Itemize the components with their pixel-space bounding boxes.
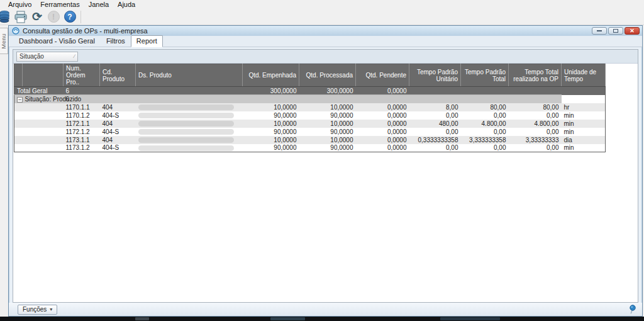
cell-num-ordem[interactable]: 1170.1.1 <box>64 103 100 111</box>
cell-tempo-total-realizado[interactable]: 0,00 <box>509 128 562 136</box>
help-button[interactable]: ? <box>62 9 78 25</box>
window-titlebar[interactable]: Consulta gestão de OPs - multi-empresa ✕ <box>9 26 642 36</box>
cell-unidade-tempo[interactable]: min <box>562 120 606 128</box>
col-header-num_ordem[interactable]: Num. Ordem Pro.. <box>64 64 100 87</box>
col-header-tempo_total_realizado[interactable]: Tempo Total realizado na OP <box>509 64 562 87</box>
cell-num-ordem[interactable]: 1173.1.1 <box>64 136 100 144</box>
cell-qtd-processada[interactable]: 10,0000 <box>299 103 356 111</box>
cell-tempo-padrao-unitario[interactable]: 0,3333333358 <box>409 136 461 144</box>
cell-tempo-padrao-total[interactable]: 0,00 <box>461 111 509 120</box>
grid-row-1170.1.1[interactable]: 1170.1.140410,000010,00000,00008,0080,00… <box>14 103 606 111</box>
cell-qtd-pendente[interactable]: 0,0000 <box>356 128 409 136</box>
col-header-group[interactable] <box>23 64 64 87</box>
col-header-tempo_padrao_unitario[interactable]: Tempo Padrão Unitário <box>409 64 461 87</box>
cell-unidade-tempo[interactable]: hr <box>562 103 606 111</box>
cell-qtd-processada[interactable]: 90,0000 <box>299 111 356 120</box>
menu-ajuda[interactable]: Ajuda <box>113 1 140 8</box>
cell-ds-produto[interactable] <box>136 120 243 128</box>
col-header-indicator[interactable] <box>14 64 23 87</box>
cell-cd-produto[interactable]: 404 <box>100 103 136 111</box>
cell-qtd-processada[interactable]: 10,0000 <box>299 120 356 128</box>
cell-qtd-empenhada[interactable]: 10,0000 <box>243 136 299 144</box>
cell-unidade-tempo[interactable]: min <box>562 144 606 152</box>
cell-num-ordem[interactable]: 1172.1.1 <box>64 120 100 128</box>
cell-ds-produto[interactable] <box>136 103 243 111</box>
collapse-icon[interactable] <box>17 97 23 103</box>
tab-dashboard-visao-geral[interactable]: Dashboard - Visão Geral <box>13 35 101 47</box>
cell-cd-produto[interactable]: 404-S <box>100 111 136 120</box>
menu-ferramentas[interactable]: Ferramentas <box>36 1 84 8</box>
tab-filtros[interactable]: Filtros <box>101 35 131 47</box>
cell-num-ordem[interactable]: 1170.1.2 <box>64 111 100 120</box>
col-header-qtd_pendente[interactable]: Qtd. Pendente <box>356 64 409 87</box>
cell-tempo-padrao-unitario[interactable]: 0,00 <box>409 111 461 120</box>
cell-tempo-padrao-unitario[interactable]: 480,00 <box>409 120 461 128</box>
cell-qtd-empenhada[interactable]: 90,0000 <box>243 128 299 136</box>
cell-ds-produto[interactable] <box>136 111 243 120</box>
grid-total-row[interactable]: Total Geral6300,0000300,00000,0000 <box>14 87 606 95</box>
cell-unidade-tempo[interactable]: dia <box>562 136 606 144</box>
cell-qtd-processada[interactable]: 90,0000 <box>299 128 356 136</box>
print-button[interactable] <box>13 9 29 25</box>
col-header-cd_produto[interactable]: Cd. Produto <box>100 64 136 87</box>
cell-tempo-padrao-unitario[interactable]: 0,00 <box>409 144 461 152</box>
cell-unidade-tempo[interactable]: min <box>562 128 606 136</box>
collapsed-menu-strip[interactable]: Menu <box>0 28 8 54</box>
cell-tempo-total-realizado[interactable]: 0,00 <box>509 111 562 120</box>
cell-qtd-empenhada[interactable]: 10,0000 <box>243 120 299 128</box>
cell-tempo-padrao-total[interactable]: 3,333333358 <box>461 136 509 144</box>
cell-tempo-padrao-total[interactable]: 0,00 <box>461 144 509 152</box>
cell-qtd-empenhada[interactable]: 90,0000 <box>243 144 299 152</box>
cell-unidade-tempo[interactable]: min <box>562 111 606 120</box>
cell-num-ordem[interactable]: 1172.1.2 <box>64 128 100 136</box>
grid-group-row-situacao-produzido[interactable]: Situação: Produzido6 <box>14 95 606 103</box>
cell-ds-produto[interactable] <box>136 144 243 152</box>
cell-tempo-total-realizado[interactable]: 4.800,00 <box>509 120 562 128</box>
col-header-qtd_empenhada[interactable]: Qtd. Empenhada <box>243 64 299 87</box>
cell-tempo-padrao-total[interactable]: 0,00 <box>461 128 509 136</box>
database-button[interactable] <box>0 9 13 25</box>
cell-ds-produto[interactable] <box>136 136 243 144</box>
cell-qtd-empenhada[interactable]: 10,0000 <box>243 103 299 111</box>
col-header-tempo_padrao_total[interactable]: Tempo Padrão Total <box>461 64 509 87</box>
cell-tempo-total-realizado[interactable]: 3,33333333 <box>509 136 562 144</box>
cell-qtd-empenhada[interactable]: 90,0000 <box>243 111 299 120</box>
tab-report[interactable]: Report <box>131 35 163 47</box>
close-button[interactable]: ✕ <box>625 27 640 35</box>
cell-tempo-total-realizado[interactable]: 80,00 <box>509 103 562 111</box>
cell-num-ordem[interactable]: 1173.1.2 <box>64 144 100 152</box>
menu-janela[interactable]: Janela <box>84 1 113 8</box>
cell-qtd-pendente[interactable]: 0,0000 <box>356 111 409 120</box>
cell-tempo-total-realizado[interactable]: 0,00 <box>509 144 562 152</box>
cell-qtd-pendente[interactable]: 0,0000 <box>356 103 409 111</box>
cell-tempo-padrao-unitario[interactable]: 0,00 <box>409 128 461 136</box>
cell-qtd-processada[interactable]: 90,0000 <box>299 144 356 152</box>
col-header-ds_produto[interactable]: Ds. Produto <box>136 64 243 87</box>
cell-cd-produto[interactable]: 404 <box>100 120 136 128</box>
cell-cd-produto[interactable]: 404-S <box>100 144 136 152</box>
cell-tempo-padrao-unitario[interactable]: 8,00 <box>409 103 461 111</box>
refresh-button[interactable]: ⟳ <box>29 9 45 25</box>
menu-arquivo[interactable]: Arquivo <box>4 1 36 8</box>
maximize-button[interactable] <box>608 27 623 35</box>
hint-pin-icon[interactable] <box>629 305 636 314</box>
grid-row-1172.1.1[interactable]: 1172.1.140410,000010,00000,0000480,004.8… <box>14 120 606 128</box>
cell-cd-produto[interactable]: 404-S <box>100 128 136 136</box>
funcoes-button[interactable]: Funções ▾ <box>18 305 57 315</box>
cell-qtd-pendente[interactable]: 0,0000 <box>356 144 409 152</box>
cell-qtd-pendente[interactable]: 0,0000 <box>356 120 409 128</box>
cell-tempo-padrao-total[interactable]: 4.800,00 <box>461 120 509 128</box>
cell-cd-produto[interactable]: 404 <box>100 136 136 144</box>
col-header-unidade_tempo[interactable]: Unidade de Tempo <box>562 64 606 87</box>
grid-row-1173.1.1[interactable]: 1173.1.140410,000010,00000,00000,3333333… <box>14 136 606 144</box>
cell-qtd-pendente[interactable]: 0,0000 <box>356 136 409 144</box>
col-header-qtd_processada[interactable]: Qtd. Processada <box>299 64 356 87</box>
group-collapse-cell[interactable] <box>14 95 23 103</box>
grid-row-1172.1.2[interactable]: 1172.1.2404-S90,000090,00000,00000,000,0… <box>14 128 606 136</box>
cell-tempo-padrao-total[interactable]: 80,00 <box>461 103 509 111</box>
cell-ds-produto[interactable] <box>136 128 243 136</box>
cell-qtd-processada[interactable]: 10,0000 <box>299 136 356 144</box>
minimize-button[interactable] <box>592 27 607 35</box>
grid-row-1173.1.2[interactable]: 1173.1.2404-S90,000090,00000,00000,000,0… <box>14 144 606 152</box>
grid-row-1170.1.2[interactable]: 1170.1.2404-S90,000090,00000,00000,000,0… <box>14 111 606 120</box>
